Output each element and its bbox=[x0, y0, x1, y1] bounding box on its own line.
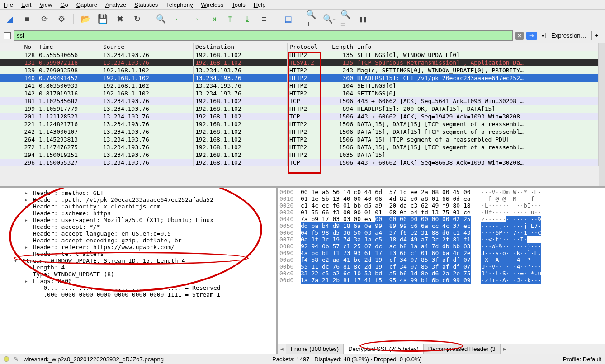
packet-row[interactable]: 2721.14747627513.234.193.76192.168.1.102… bbox=[0, 143, 599, 151]
packet-row[interactable]: 1310.59907211813.234.193.76192.168.1.102… bbox=[0, 59, 599, 66]
menu-analyze[interactable]: Analyze bbox=[105, 1, 126, 8]
tree-line[interactable]: Header: accept: */* bbox=[1, 223, 275, 230]
menu-file[interactable]: File bbox=[4, 1, 13, 8]
zoom-reset-icon[interactable]: 🔍= bbox=[340, 13, 353, 25]
col-header-protocol[interactable]: Protocol bbox=[288, 43, 328, 51]
tree-line[interactable]: ▸ Header: :authority: x.clearbitjs.com bbox=[1, 203, 275, 210]
packet-row[interactable]: 1390.799093598192.168.1.10213.234.193.76… bbox=[0, 66, 599, 74]
hex-row[interactable]: 00b0 55 11 dc 76 81 8c 2d 19 cf 34 07 85… bbox=[279, 263, 603, 270]
go-last-icon[interactable]: ⤓ bbox=[241, 13, 253, 25]
hex-row[interactable]: 0080 92 94 0b 57 c1 25 07 dc ac b8 1a a4… bbox=[279, 243, 603, 250]
expression-button[interactable]: Expression… bbox=[548, 31, 589, 40]
zoom-out-icon[interactable]: 🔍- bbox=[323, 13, 336, 25]
col-header-destination[interactable]: Destination bbox=[194, 43, 288, 51]
tree-line[interactable]: Type: WINDOW_UPDATE (8) bbox=[1, 271, 275, 278]
tree-line[interactable]: ▸ Header: referer: https://www.upwork.co… bbox=[1, 244, 275, 251]
tree-line[interactable]: Header: accept-encoding: gzip, deflate, … bbox=[1, 237, 275, 244]
col-header-length[interactable]: Length bbox=[328, 43, 355, 51]
zoom-in-icon[interactable]: 🔍+ bbox=[306, 13, 318, 25]
packet-details-pane[interactable]: ▸ Header: :method: GET ▸ Header: :path: … bbox=[0, 188, 278, 354]
packet-row[interactable]: 1410.803500933192.168.1.10213.234.193.76… bbox=[0, 82, 599, 90]
col-header-source[interactable]: Source bbox=[101, 43, 194, 51]
col-header-no[interactable]: No. bbox=[0, 43, 37, 51]
clear-filter-button[interactable]: ✕ bbox=[515, 32, 524, 40]
go-first-icon[interactable]: ⤒ bbox=[223, 13, 236, 25]
packet-row[interactable]: 1991.10591777913.234.193.76192.168.1.102… bbox=[0, 105, 599, 113]
packet-list-body[interactable]: 1280.55558065613.234.193.76192.168.1.102… bbox=[0, 51, 599, 186]
close-file-icon[interactable]: ✖ bbox=[113, 13, 126, 25]
restart-capture-icon[interactable]: ⟳ bbox=[38, 13, 51, 25]
capture-options-icon[interactable]: ⚙ bbox=[55, 13, 68, 25]
packet-row[interactable]: 2211.12482171613.234.193.76192.168.1.102… bbox=[0, 120, 599, 128]
hex-row[interactable]: 0010 01 1e 5b 13 40 00 40 06 4d 82 c0 a8… bbox=[279, 195, 603, 202]
packet-row[interactable]: 2941.15001925113.234.193.76192.168.1.102… bbox=[0, 151, 599, 159]
hex-row[interactable]: 0040 7a b9 17 03 03 00 e5 00 00 00 00 00… bbox=[279, 216, 603, 222]
open-file-icon[interactable]: 📂 bbox=[79, 13, 92, 25]
hex-row[interactable]: 0000 00 1e a6 56 14 c0 44 6d 57 1d ee 2a… bbox=[279, 189, 603, 195]
tree-line[interactable]: ▸ Header: :method: GET bbox=[1, 189, 275, 196]
tree-line[interactable]: 0... .... .... .... .... .... .... .... … bbox=[1, 284, 275, 291]
start-capture-icon[interactable]: ◢ bbox=[4, 13, 16, 25]
display-filter-input[interactable] bbox=[14, 30, 513, 41]
colorize-icon[interactable]: ▤ bbox=[282, 13, 294, 25]
packet-row[interactable]: 1400.799491452192.168.1.10213.234.193.76… bbox=[0, 74, 599, 82]
menu-view[interactable]: View bbox=[39, 1, 52, 8]
tree-line[interactable]: Header: te: trailers bbox=[1, 251, 275, 257]
menu-go[interactable]: Go bbox=[60, 1, 68, 8]
find-packet-icon[interactable]: 🔍 bbox=[155, 13, 167, 25]
go-back-icon[interactable]: ← bbox=[172, 13, 184, 25]
tree-line[interactable]: Header: accept-language: en-US,en;q=0.5 bbox=[1, 230, 275, 237]
packet-row[interactable]: 1811.10253568213.234.193.76192.168.1.102… bbox=[0, 97, 599, 105]
tree-line[interactable]: ▾ Stream: WINDOW_UPDATE, Stream ID: 15, … bbox=[1, 257, 275, 264]
col-header-time[interactable]: Time bbox=[37, 43, 101, 51]
go-forward-icon[interactable]: → bbox=[189, 13, 202, 25]
packet-row[interactable]: 1280.55558065613.234.193.76192.168.1.102… bbox=[0, 51, 599, 59]
hex-row[interactable]: 00a0 f4 58 e2 aa 41 bc 2d 19 cf 34 07 85… bbox=[279, 256, 603, 263]
tab-decrypted-ssl[interactable]: Decrypted SSL (205 bytes) bbox=[344, 344, 424, 354]
hex-row[interactable]: 0090 4a bc bf f1 73 93 6f 17 f3 6b c1 01… bbox=[279, 250, 603, 256]
tree-line[interactable]: ▸ Flags: 0x00 bbox=[1, 278, 275, 284]
menu-statistics[interactable]: Statistics bbox=[134, 1, 158, 8]
edit-capture-comment-icon[interactable]: ✎ bbox=[14, 355, 19, 363]
packet-list-scrollbar[interactable] bbox=[599, 43, 605, 186]
resize-columns-icon[interactable]: ⫿⫿ bbox=[357, 13, 370, 25]
save-file-icon[interactable]: 💾 bbox=[96, 13, 109, 25]
tree-line[interactable]: Header: :scheme: https bbox=[1, 210, 275, 217]
expert-info-icon[interactable] bbox=[4, 356, 9, 362]
tab-nav-left[interactable]: ◂ bbox=[278, 345, 286, 353]
tab-frame[interactable]: Frame (300 bytes) bbox=[286, 344, 344, 354]
filter-history-dropdown[interactable]: ▾ bbox=[540, 33, 546, 38]
packet-row[interactable]: 1420.817019316192.168.1.10213.234.193.76… bbox=[0, 90, 599, 97]
hex-row[interactable]: 0070 0a 1f 3c 19 74 3a 1a e5 18 d4 49 a7… bbox=[279, 236, 603, 243]
tree-line[interactable]: Length: 4 bbox=[1, 264, 275, 271]
col-header-info[interactable]: Info bbox=[355, 43, 599, 51]
menu-wireless[interactable]: Wireless bbox=[201, 1, 224, 8]
hex-row[interactable]: 0050 dd ba b4 d9 18 6a 0e 99 89 99 c6 6a… bbox=[279, 222, 603, 229]
tree-line[interactable]: ▸ Header: :path: /v1/pk_20ecac233aaaee64… bbox=[1, 196, 275, 203]
apply-filter-button[interactable]: ➔ bbox=[526, 32, 537, 40]
menu-edit[interactable]: Edit bbox=[21, 1, 31, 8]
packet-row[interactable]: 2011.12112852313.234.193.76192.168.1.102… bbox=[0, 113, 599, 120]
status-profile[interactable]: Profile: Default bbox=[538, 356, 601, 363]
menu-telephony[interactable]: Telephony bbox=[166, 1, 193, 8]
stop-capture-icon[interactable]: ■ bbox=[21, 13, 33, 25]
hex-row[interactable]: 0030 01 55 66 f3 00 00 01 01 08 0a b4 fd… bbox=[279, 209, 603, 216]
hex-row[interactable]: 0060 04 f5 98 d5 36 50 03 a4 37 f6 e2 31… bbox=[279, 229, 603, 236]
tree-line[interactable]: ▸ Header: user-agent: Mozilla/5.0 (X11; … bbox=[1, 217, 275, 223]
menu-help[interactable]: Help bbox=[254, 1, 266, 8]
go-to-packet-icon[interactable]: ⇥ bbox=[206, 13, 219, 25]
auto-scroll-icon[interactable]: ≡ bbox=[258, 13, 270, 25]
reload-file-icon[interactable]: ↻ bbox=[131, 13, 143, 25]
packet-row[interactable]: 2961.15005532713.234.193.76192.168.1.102… bbox=[0, 159, 599, 166]
tree-line[interactable]: .000 0000 0000 0000 0000 0000 0000 1111 … bbox=[1, 291, 275, 298]
filter-bookmark-icon[interactable] bbox=[4, 32, 11, 39]
add-filter-button[interactable]: + bbox=[591, 31, 601, 40]
menu-tools[interactable]: Tools bbox=[232, 1, 245, 8]
tab-decompressed-header[interactable]: Decompressed Header (3 bbox=[424, 344, 501, 354]
tab-nav-right[interactable]: ▸ bbox=[501, 345, 509, 353]
hex-row[interactable]: 00d0 1a 7a 21 2b 8f f7 41 f5 95 4a 99 bf… bbox=[279, 277, 603, 284]
packet-row[interactable]: 2421.14300010713.234.193.76192.168.1.102… bbox=[0, 128, 599, 136]
hex-row[interactable]: 00c0 33 22 c5 a2 6c 10 53 bd a5 b6 3d 8e… bbox=[279, 270, 603, 277]
hex-dump-body[interactable]: 0000 00 1e a6 56 14 c0 44 6d 57 1d ee 2a… bbox=[278, 188, 605, 344]
packet-row[interactable]: 2641.14529381313.234.193.76192.168.1.102… bbox=[0, 136, 599, 143]
